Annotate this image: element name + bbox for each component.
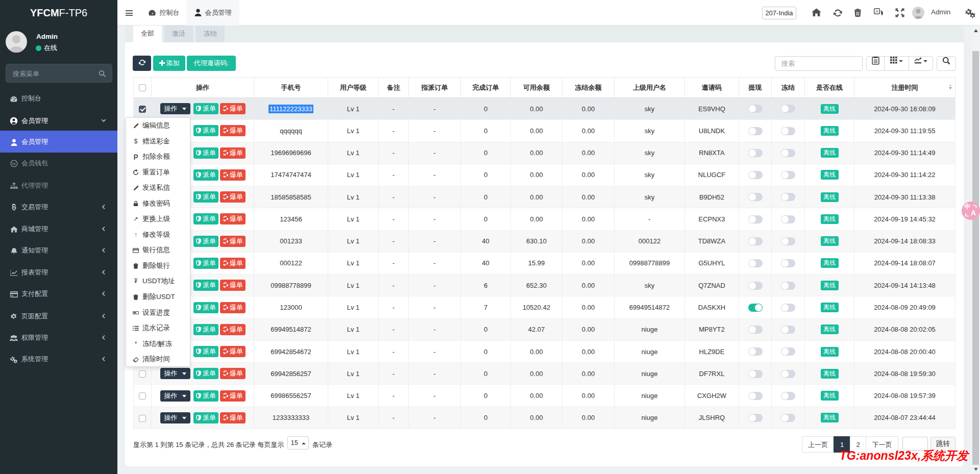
svg-text:cc: cc (12, 162, 16, 165)
